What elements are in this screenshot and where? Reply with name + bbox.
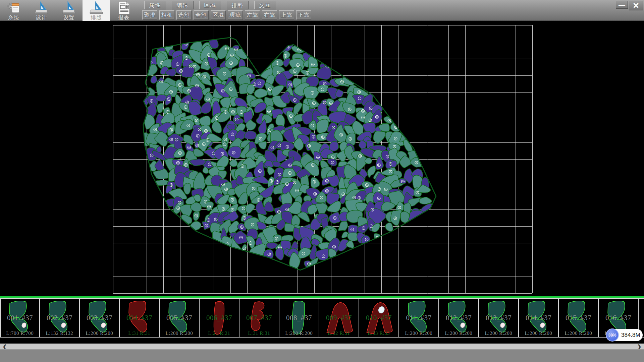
piece-count-label: L:200 R:200 bbox=[479, 330, 518, 336]
piece-count-label: L:31 R:31 bbox=[239, 330, 279, 336]
thumbnail-cell-1[interactable]: 001_#37L:700 R:700 bbox=[0, 298, 40, 338]
app-buttons: 系统 设计 设置 排版 bbox=[0, 0, 138, 21]
piece-id-label: 016_#37 bbox=[599, 314, 638, 322]
close-button[interactable]: ✕ bbox=[629, 1, 643, 10]
piece-id-label: 015_#37 bbox=[559, 314, 598, 322]
piece-id-label: 013_#37 bbox=[479, 314, 518, 322]
piece-id-label: 011_#37 bbox=[399, 314, 438, 322]
piece-id-label: 017_#37 bbox=[639, 314, 644, 322]
app-button-label: 系统 bbox=[8, 15, 19, 21]
tool-button-4[interactable]: 区域 bbox=[211, 10, 226, 20]
thumbnail-cell-5[interactable]: 005_#37L:200 R:200 bbox=[160, 298, 200, 338]
app-button-4[interactable]: 报表 bbox=[110, 0, 138, 21]
settings-icon bbox=[61, 1, 76, 15]
minimize-button[interactable]: — bbox=[616, 1, 628, 9]
thumbnail-cell-9[interactable]: 009_#37L:32 R:31 bbox=[319, 298, 359, 338]
thumbnail-cell-12[interactable]: 012_#37L:200 R:200 bbox=[439, 298, 479, 338]
horizontal-scrollbar[interactable]: ❮ ❯ bbox=[0, 344, 644, 349]
system-icon bbox=[6, 1, 21, 15]
piece-id-label: 012_#37 bbox=[439, 314, 478, 322]
memory-badge: 38% 384.8M bbox=[606, 328, 643, 342]
app-button-label: 设计 bbox=[36, 15, 47, 21]
piece-id-label: 007_#37 bbox=[239, 314, 279, 322]
app-button-label: 设置 bbox=[63, 15, 74, 21]
thumbnail-cell-4[interactable]: 004_#37L:31 R:31 bbox=[120, 298, 160, 338]
piece-id-label: 010_#37 bbox=[359, 314, 398, 322]
thumbnail-cell-13[interactable]: 013_#37L:200 R:200 bbox=[479, 298, 519, 338]
menu-tab-2[interactable]: 区域 bbox=[199, 1, 221, 9]
design-icon bbox=[34, 1, 49, 15]
app-button-0[interactable]: 系统 bbox=[0, 0, 28, 21]
piece-count-label: L:31 R:31 bbox=[120, 330, 159, 336]
thumbnail-cell-10[interactable]: 010_#37L:33 R:33 bbox=[359, 298, 399, 338]
scroll-left-arrow-icon[interactable]: ❮ bbox=[1, 344, 9, 349]
menu-tab-3[interactable]: 排料 bbox=[227, 1, 249, 9]
thumbnail-cell-11[interactable]: 011_#37L:200 R:200 bbox=[399, 298, 439, 338]
menu-tab-row: 属性编辑区域排料交互 bbox=[144, 1, 276, 10]
piece-count-label: L:21 R:21 bbox=[200, 330, 239, 336]
piece-thumbnail-strip: 001_#37L:700 R:700 002_#37L:132 R:132 00… bbox=[0, 298, 644, 338]
app-button-3[interactable]: 排版 bbox=[83, 0, 110, 21]
thumbnail-cell-8[interactable]: 008_#37L:200 R:200 bbox=[279, 298, 319, 338]
piece-id-label: 009_#37 bbox=[319, 314, 359, 322]
app-button-1[interactable]: 设计 bbox=[28, 0, 55, 21]
thumbnail-cell-14[interactable]: 014_#37L:200 R:200 bbox=[519, 298, 559, 338]
app-button-2[interactable]: 设置 bbox=[55, 0, 83, 21]
thumbnail-cell-2[interactable]: 002_#37L:132 R:132 bbox=[40, 298, 80, 338]
piece-id-label: 014_#37 bbox=[519, 314, 558, 322]
thumbnail-cell-15[interactable]: 015_#37L:200 R:200 bbox=[559, 298, 599, 338]
tool-button-0[interactable]: 聚排 bbox=[142, 10, 157, 20]
tool-button-2[interactable]: 选割 bbox=[176, 10, 192, 20]
tool-button-9[interactable]: 下靠 bbox=[296, 10, 311, 20]
piece-count-label: L:32 R:31 bbox=[319, 330, 359, 336]
piece-id-label: 006_#37 bbox=[200, 314, 239, 322]
top-toolbar: 系统 设计 设置 排版 bbox=[0, 0, 644, 21]
piece-id-label: 004_#37 bbox=[120, 314, 159, 322]
tool-button-1[interactable]: 相机 bbox=[159, 10, 174, 20]
piece-count-label: L:200 R:200 bbox=[160, 330, 199, 336]
tool-button-6[interactable]: 左靠 bbox=[245, 10, 260, 20]
thumbnail-cell-7[interactable]: 007_#37L:31 R:31 bbox=[239, 298, 279, 338]
memory-usage-value: 384.8M bbox=[621, 328, 640, 342]
scroll-right-arrow-icon[interactable]: ❯ bbox=[635, 344, 643, 349]
piece-count-label: L:200 R:200 bbox=[279, 330, 319, 336]
piece-count-label: L:132 R:132 bbox=[40, 330, 79, 336]
menu-tab-4[interactable]: 交互 bbox=[254, 1, 276, 9]
window-controls: — ✕ bbox=[616, 1, 643, 10]
tool-button-5[interactable]: 瑕疵 bbox=[228, 10, 243, 20]
nesting-canvas[interactable] bbox=[0, 21, 644, 296]
piece-id-label: 005_#37 bbox=[160, 314, 199, 322]
memory-percent-indicator: 38% bbox=[606, 328, 619, 342]
piece-id-label: 008_#37 bbox=[279, 314, 319, 322]
piece-count-label: L:200 R:200 bbox=[439, 330, 478, 336]
status-bar bbox=[0, 349, 644, 362]
thumbnail-cell-6[interactable]: 006_#37L:21 R:21 bbox=[200, 298, 239, 338]
piece-count-label: L:33 R:33 bbox=[359, 330, 398, 336]
thumbnail-cell-3[interactable]: 003_#37L:200 R:200 bbox=[80, 298, 120, 338]
piece-count-label: L:200 R:200 bbox=[399, 330, 438, 336]
piece-id-label: 001_#37 bbox=[1, 314, 39, 322]
tool-button-row: 聚排相机选割全割区域瑕疵左靠右靠上靠下靠 bbox=[142, 10, 311, 20]
menu-tab-0[interactable]: 属性 bbox=[144, 1, 166, 9]
app-button-label: 报表 bbox=[118, 15, 129, 21]
tool-button-3[interactable]: 全割 bbox=[194, 10, 209, 20]
piece-count-label: L:700 R:700 bbox=[1, 330, 39, 336]
layout-icon bbox=[89, 1, 104, 15]
menu-tab-1[interactable]: 编辑 bbox=[172, 1, 194, 9]
app-button-label: 排版 bbox=[91, 15, 102, 21]
report-icon bbox=[116, 1, 131, 15]
piece-id-label: 003_#37 bbox=[80, 314, 119, 322]
piece-id-label: 002_#37 bbox=[40, 314, 79, 322]
tool-button-7[interactable]: 右靠 bbox=[262, 10, 277, 20]
tool-button-8[interactable]: 上靠 bbox=[279, 10, 294, 20]
piece-count-label: L:200 R:200 bbox=[519, 330, 558, 336]
piece-count-label: L:200 R:200 bbox=[559, 330, 598, 336]
piece-count-label: L:200 R:200 bbox=[80, 330, 119, 336]
